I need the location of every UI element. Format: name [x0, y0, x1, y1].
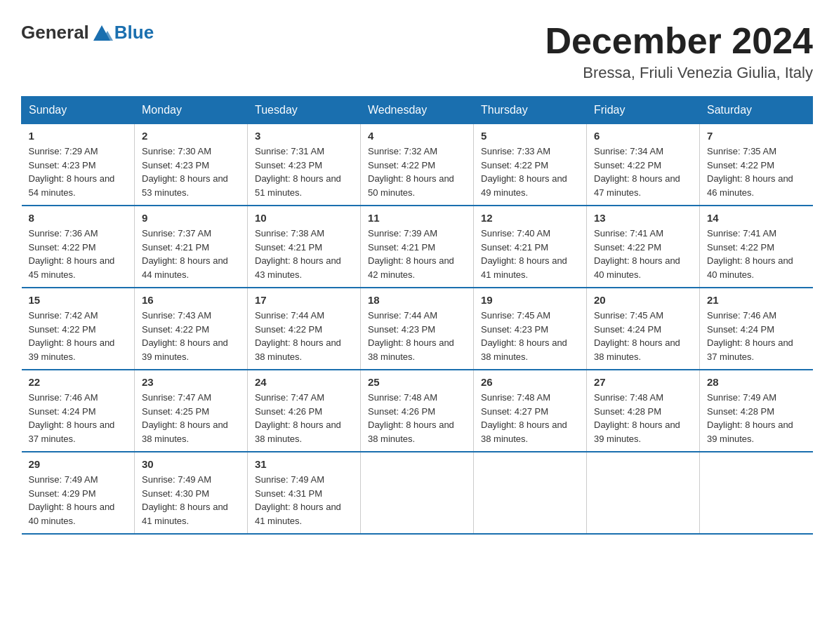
day-info: Sunrise: 7:44 AMSunset: 4:23 PMDaylight:…: [368, 309, 466, 363]
day-number: 24: [255, 376, 353, 388]
calendar-cell: 24 Sunrise: 7:47 AMSunset: 4:26 PMDaylig…: [248, 370, 361, 452]
day-number: 1: [29, 130, 128, 142]
day-info: Sunrise: 7:49 AMSunset: 4:28 PMDaylight:…: [707, 391, 806, 445]
header-day-tuesday: Tuesday: [248, 97, 361, 124]
calendar-cell: 2 Sunrise: 7:30 AMSunset: 4:23 PMDayligh…: [135, 124, 248, 206]
day-number: 25: [368, 376, 466, 388]
day-info: Sunrise: 7:49 AMSunset: 4:29 PMDaylight:…: [29, 473, 128, 528]
location-title: Bressa, Friuli Venezia Giulia, Italy: [545, 64, 813, 82]
day-info: Sunrise: 7:45 AMSunset: 4:24 PMDaylight:…: [594, 309, 692, 363]
day-info: Sunrise: 7:45 AMSunset: 4:23 PMDaylight:…: [481, 309, 579, 363]
calendar-cell: 9 Sunrise: 7:37 AMSunset: 4:21 PMDayligh…: [135, 206, 248, 288]
day-info: Sunrise: 7:41 AMSunset: 4:22 PMDaylight:…: [594, 227, 692, 281]
calendar-cell: [474, 452, 587, 534]
calendar-cell: 23 Sunrise: 7:47 AMSunset: 4:25 PMDaylig…: [135, 370, 248, 452]
day-info: Sunrise: 7:37 AMSunset: 4:21 PMDaylight:…: [142, 227, 240, 281]
calendar-cell: [700, 452, 813, 534]
day-number: 18: [368, 294, 466, 306]
calendar-cell: 10 Sunrise: 7:38 AMSunset: 4:21 PMDaylig…: [248, 206, 361, 288]
calendar-cell: 21 Sunrise: 7:46 AMSunset: 4:24 PMDaylig…: [700, 288, 813, 370]
calendar-cell: 13 Sunrise: 7:41 AMSunset: 4:22 PMDaylig…: [587, 206, 700, 288]
day-info: Sunrise: 7:48 AMSunset: 4:27 PMDaylight:…: [481, 391, 579, 445]
day-info: Sunrise: 7:49 AMSunset: 4:31 PMDaylight:…: [255, 473, 353, 528]
day-info: Sunrise: 7:32 AMSunset: 4:22 PMDaylight:…: [368, 145, 466, 199]
day-info: Sunrise: 7:46 AMSunset: 4:24 PMDaylight:…: [29, 391, 128, 445]
day-number: 31: [255, 458, 353, 470]
day-info: Sunrise: 7:46 AMSunset: 4:24 PMDaylight:…: [707, 309, 806, 363]
calendar-cell: 20 Sunrise: 7:45 AMSunset: 4:24 PMDaylig…: [587, 288, 700, 370]
day-number: 17: [255, 294, 353, 306]
day-number: 3: [255, 130, 353, 142]
day-number: 23: [142, 376, 240, 388]
logo-general: General: [21, 22, 89, 43]
header-day-monday: Monday: [135, 97, 248, 124]
calendar-cell: 22 Sunrise: 7:46 AMSunset: 4:24 PMDaylig…: [22, 370, 135, 452]
week-row-4: 22 Sunrise: 7:46 AMSunset: 4:24 PMDaylig…: [22, 370, 813, 452]
logo-blue: Blue: [114, 22, 154, 43]
week-row-1: 1 Sunrise: 7:29 AMSunset: 4:23 PMDayligh…: [22, 124, 813, 206]
calendar-cell: 16 Sunrise: 7:43 AMSunset: 4:22 PMDaylig…: [135, 288, 248, 370]
day-number: 27: [594, 376, 692, 388]
calendar-cell: 19 Sunrise: 7:45 AMSunset: 4:23 PMDaylig…: [474, 288, 587, 370]
header-day-friday: Friday: [587, 97, 700, 124]
week-row-5: 29 Sunrise: 7:49 AMSunset: 4:29 PMDaylig…: [22, 452, 813, 534]
day-number: 28: [707, 376, 806, 388]
day-number: 7: [707, 130, 806, 142]
day-number: 16: [142, 294, 240, 306]
calendar-cell: 25 Sunrise: 7:48 AMSunset: 4:26 PMDaylig…: [361, 370, 474, 452]
calendar-cell: 5 Sunrise: 7:33 AMSunset: 4:22 PMDayligh…: [474, 124, 587, 206]
day-info: Sunrise: 7:47 AMSunset: 4:25 PMDaylight:…: [142, 391, 240, 445]
calendar-cell: [361, 452, 474, 534]
day-number: 13: [594, 212, 692, 224]
day-info: Sunrise: 7:35 AMSunset: 4:22 PMDaylight:…: [707, 145, 806, 199]
calendar-cell: 15 Sunrise: 7:42 AMSunset: 4:22 PMDaylig…: [22, 288, 135, 370]
logo-icon: [91, 21, 113, 43]
week-row-3: 15 Sunrise: 7:42 AMSunset: 4:22 PMDaylig…: [22, 288, 813, 370]
day-info: Sunrise: 7:38 AMSunset: 4:21 PMDaylight:…: [255, 227, 353, 281]
day-info: Sunrise: 7:43 AMSunset: 4:22 PMDaylight:…: [142, 309, 240, 363]
day-number: 29: [29, 458, 128, 470]
calendar-cell: [587, 452, 700, 534]
day-number: 2: [142, 130, 240, 142]
header-day-saturday: Saturday: [700, 97, 813, 124]
header-day-sunday: Sunday: [22, 97, 135, 124]
calendar-cell: 28 Sunrise: 7:49 AMSunset: 4:28 PMDaylig…: [700, 370, 813, 452]
calendar-cell: 18 Sunrise: 7:44 AMSunset: 4:23 PMDaylig…: [361, 288, 474, 370]
calendar-cell: 17 Sunrise: 7:44 AMSunset: 4:22 PMDaylig…: [248, 288, 361, 370]
day-info: Sunrise: 7:30 AMSunset: 4:23 PMDaylight:…: [142, 145, 240, 199]
day-number: 14: [707, 212, 806, 224]
calendar-cell: 3 Sunrise: 7:31 AMSunset: 4:23 PMDayligh…: [248, 124, 361, 206]
header-day-wednesday: Wednesday: [361, 97, 474, 124]
calendar-cell: 29 Sunrise: 7:49 AMSunset: 4:29 PMDaylig…: [22, 452, 135, 534]
title-block: December 2024 Bressa, Friuli Venezia Giu…: [545, 21, 813, 82]
day-number: 10: [255, 212, 353, 224]
calendar-cell: 27 Sunrise: 7:48 AMSunset: 4:28 PMDaylig…: [587, 370, 700, 452]
week-row-2: 8 Sunrise: 7:36 AMSunset: 4:22 PMDayligh…: [22, 206, 813, 288]
calendar-cell: 31 Sunrise: 7:49 AMSunset: 4:31 PMDaylig…: [248, 452, 361, 534]
day-info: Sunrise: 7:36 AMSunset: 4:22 PMDaylight:…: [29, 227, 128, 281]
day-info: Sunrise: 7:47 AMSunset: 4:26 PMDaylight:…: [255, 391, 353, 445]
day-info: Sunrise: 7:39 AMSunset: 4:21 PMDaylight:…: [368, 227, 466, 281]
day-number: 11: [368, 212, 466, 224]
day-number: 4: [368, 130, 466, 142]
day-number: 9: [142, 212, 240, 224]
calendar-cell: 4 Sunrise: 7:32 AMSunset: 4:22 PMDayligh…: [361, 124, 474, 206]
calendar-cell: 14 Sunrise: 7:41 AMSunset: 4:22 PMDaylig…: [700, 206, 813, 288]
calendar-cell: 1 Sunrise: 7:29 AMSunset: 4:23 PMDayligh…: [22, 124, 135, 206]
day-info: Sunrise: 7:48 AMSunset: 4:26 PMDaylight:…: [368, 391, 466, 445]
day-info: Sunrise: 7:48 AMSunset: 4:28 PMDaylight:…: [594, 391, 692, 445]
day-number: 20: [594, 294, 692, 306]
day-info: Sunrise: 7:40 AMSunset: 4:21 PMDaylight:…: [481, 227, 579, 281]
calendar-cell: 6 Sunrise: 7:34 AMSunset: 4:22 PMDayligh…: [587, 124, 700, 206]
day-number: 5: [481, 130, 579, 142]
day-number: 12: [481, 212, 579, 224]
day-info: Sunrise: 7:49 AMSunset: 4:30 PMDaylight:…: [142, 473, 240, 528]
calendar-cell: 30 Sunrise: 7:49 AMSunset: 4:30 PMDaylig…: [135, 452, 248, 534]
day-info: Sunrise: 7:44 AMSunset: 4:22 PMDaylight:…: [255, 309, 353, 363]
calendar-cell: 8 Sunrise: 7:36 AMSunset: 4:22 PMDayligh…: [22, 206, 135, 288]
day-info: Sunrise: 7:33 AMSunset: 4:22 PMDaylight:…: [481, 145, 579, 199]
calendar-body: 1 Sunrise: 7:29 AMSunset: 4:23 PMDayligh…: [22, 124, 813, 535]
month-title: December 2024: [545, 21, 813, 61]
page-header: General Blue December 2024 Bressa, Friul…: [21, 21, 813, 82]
day-info: Sunrise: 7:34 AMSunset: 4:22 PMDaylight:…: [594, 145, 692, 199]
